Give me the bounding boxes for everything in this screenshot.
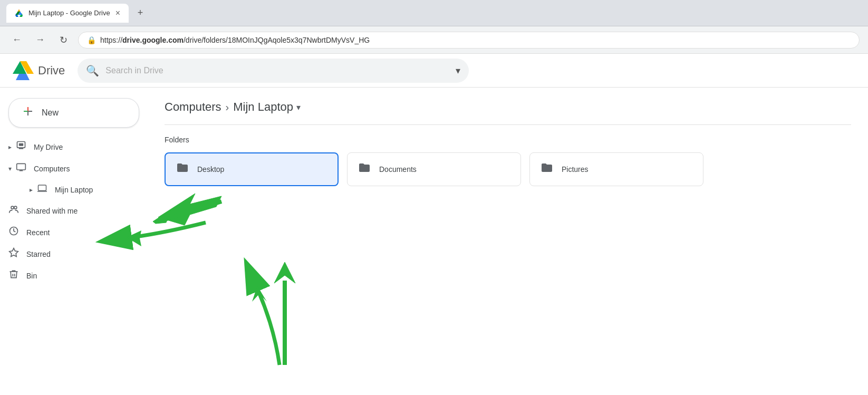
- new-tab-button[interactable]: +: [133, 6, 148, 21]
- folder-desktop-icon: [176, 161, 189, 177]
- google-drive-logo-icon: [13, 61, 34, 80]
- new-button[interactable]: New: [8, 98, 139, 128]
- drive-header: Drive 🔍 Search in Drive ▾: [0, 54, 868, 88]
- folders-grid: Desktop Documents: [165, 152, 851, 186]
- svg-rect-11: [19, 143, 23, 146]
- shared-label: Shared with me: [26, 207, 78, 215]
- refresh-button[interactable]: ↻: [55, 32, 72, 49]
- forward-button[interactable]: →: [32, 32, 49, 49]
- tab-title: Mijn Laptop - Google Drive: [28, 9, 110, 17]
- computers-label: Computers: [34, 165, 70, 173]
- svg-rect-17: [38, 185, 46, 191]
- computers-icon: [16, 162, 26, 175]
- bin-label: Bin: [26, 272, 37, 280]
- shared-icon: [8, 204, 19, 217]
- mijn-laptop-label: Mijn Laptop: [55, 186, 93, 194]
- folder-documents-icon: [358, 161, 371, 177]
- breadcrumb-current: Mijn Laptop ▾: [233, 100, 301, 114]
- breadcrumb: Computers › Mijn Laptop ▾: [165, 100, 851, 114]
- lock-icon: 🔒: [87, 36, 96, 44]
- sidebar: New ▸ My Drive: [0, 88, 148, 395]
- folder-desktop[interactable]: Desktop: [165, 152, 339, 186]
- sidebar-item-computers[interactable]: ▾ Computers: [0, 158, 141, 179]
- breadcrumb-dropdown-icon[interactable]: ▾: [296, 102, 301, 112]
- svg-point-19: [11, 206, 14, 209]
- drive-logo-text: Drive: [38, 64, 65, 78]
- recent-icon: [8, 226, 19, 239]
- starred-icon: [8, 247, 19, 261]
- computers-expand-icon[interactable]: ▾: [0, 161, 14, 177]
- sidebar-item-my-drive[interactable]: ▸ My Drive: [0, 136, 141, 158]
- computers-item[interactable]: Computers: [14, 158, 141, 179]
- laptop-icon: [37, 184, 47, 196]
- back-button[interactable]: ←: [8, 32, 25, 49]
- breadcrumb-current-text: Mijn Laptop: [233, 100, 293, 114]
- main-area: New ▸ My Drive: [0, 88, 868, 395]
- browser-tab[interactable]: Mijn Laptop - Google Drive ×: [6, 4, 129, 23]
- folders-section-title: Folders: [165, 136, 851, 144]
- mijn-laptop-item[interactable]: Mijn Laptop: [35, 179, 141, 200]
- url-display: https://drive.google.com/drive/folders/1…: [100, 36, 370, 44]
- new-button-label: New: [42, 108, 59, 118]
- drive-logo[interactable]: Drive: [13, 61, 65, 80]
- my-drive-label: My Drive: [34, 143, 63, 151]
- content-area: Computers › Mijn Laptop ▾ Folders: [148, 88, 868, 395]
- search-input[interactable]: Search in Drive: [105, 66, 449, 75]
- tab-favicon: [15, 9, 23, 17]
- my-drive-icon: [16, 140, 26, 153]
- svg-marker-5: [16, 74, 30, 80]
- folder-desktop-name: Desktop: [197, 165, 224, 174]
- content-divider: [165, 124, 851, 125]
- browser-chrome: Mijn Laptop - Google Drive × +: [0, 0, 868, 26]
- sidebar-item-starred[interactable]: Starred: [0, 243, 141, 265]
- folder-pictures-icon: [541, 161, 553, 177]
- bin-icon: [8, 269, 19, 282]
- address-bar-row: ← → ↻ 🔒 https://drive.google.com/drive/f…: [0, 26, 868, 54]
- sidebar-item-mijn-laptop[interactable]: ▸ Mijn Laptop: [25, 179, 141, 200]
- svg-point-20: [14, 206, 17, 209]
- address-input[interactable]: 🔒 https://drive.google.com/drive/folders…: [78, 32, 860, 49]
- folder-documents-name: Documents: [379, 165, 417, 174]
- app: Drive 🔍 Search in Drive ▾ N: [0, 54, 868, 395]
- folder-documents[interactable]: Documents: [347, 152, 521, 186]
- tab-close-button[interactable]: ×: [115, 8, 120, 18]
- svg-rect-14: [17, 163, 26, 170]
- plus-icon: [22, 105, 34, 121]
- sidebar-sub-computers: ▸ Mijn Laptop: [0, 179, 148, 200]
- sidebar-item-bin[interactable]: Bin: [0, 265, 141, 286]
- svg-marker-0: [18, 9, 21, 11]
- svg-marker-22: [9, 248, 18, 257]
- breadcrumb-root[interactable]: Computers: [165, 100, 221, 114]
- my-drive-expand-icon[interactable]: ▸: [0, 139, 14, 155]
- folder-pictures-name: Pictures: [562, 165, 589, 174]
- my-drive-item[interactable]: My Drive: [14, 136, 141, 158]
- breadcrumb-separator: ›: [226, 101, 229, 113]
- search-bar[interactable]: 🔍 Search in Drive ▾: [78, 59, 468, 83]
- sidebar-item-recent[interactable]: Recent: [0, 221, 141, 243]
- starred-label: Starred: [26, 250, 51, 258]
- mijn-laptop-expand-icon[interactable]: ▸: [25, 182, 35, 198]
- folder-pictures[interactable]: Pictures: [529, 152, 703, 186]
- recent-label: Recent: [26, 228, 50, 237]
- search-icon: 🔍: [86, 64, 99, 77]
- search-chevron-icon: ▾: [456, 65, 460, 76]
- sidebar-item-shared[interactable]: Shared with me: [0, 200, 141, 221]
